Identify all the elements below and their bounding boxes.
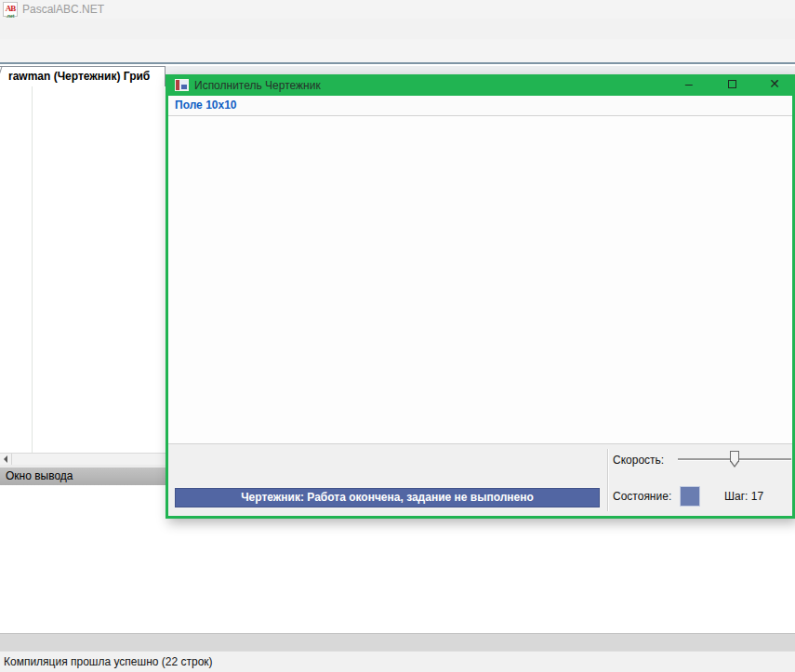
editor-tab-grib[interactable]: rawman (Чертежник) Гриб [0, 66, 166, 86]
drawman-dialog-titlebar[interactable]: Исполнитель Чертежник – ✕ [168, 74, 792, 96]
drawman-dialog-title: Исполнитель Чертежник [194, 79, 321, 92]
close-icon[interactable]: ✕ [761, 74, 788, 93]
pascalabc-logo-icon: AB .net [3, 2, 18, 17]
drawman-controls: Чертежник: Работа окончена, задание не в… [168, 443, 792, 516]
maximize-icon[interactable] [718, 74, 746, 93]
toolbar [0, 39, 795, 64]
minimize-icon[interactable]: – [675, 74, 703, 93]
compiler-status-bar: Компиляция прошла успешно (22 строк) [0, 651, 795, 672]
state-label: Состояние: [613, 490, 671, 503]
field-size-label: Поле 10x10 [168, 96, 792, 116]
step-counter: Шаг: 17 [724, 490, 763, 503]
gutter-divider [32, 86, 33, 453]
window-title: PascalABC.NET [22, 3, 104, 16]
menu-bar [0, 19, 795, 39]
bottom-tab-bar [0, 633, 795, 651]
drawing-canvas [168, 116, 792, 443]
scroll-left-icon[interactable] [0, 454, 12, 465]
drawman-status-bar: Чертежник: Работа окончена, задание не в… [175, 488, 600, 507]
state-color-swatch [680, 486, 700, 507]
form-icon [175, 79, 189, 91]
speed-slider-thumb[interactable] [730, 451, 739, 468]
controls-divider [607, 449, 609, 511]
window-titlebar: AB .net PascalABC.NET [0, 0, 795, 19]
speed-label: Скорость: [613, 454, 664, 467]
drawman-dialog: Исполнитель Чертежник – ✕ Поле 10x10 Чер… [166, 74, 795, 519]
logo-text: AB [6, 4, 16, 13]
